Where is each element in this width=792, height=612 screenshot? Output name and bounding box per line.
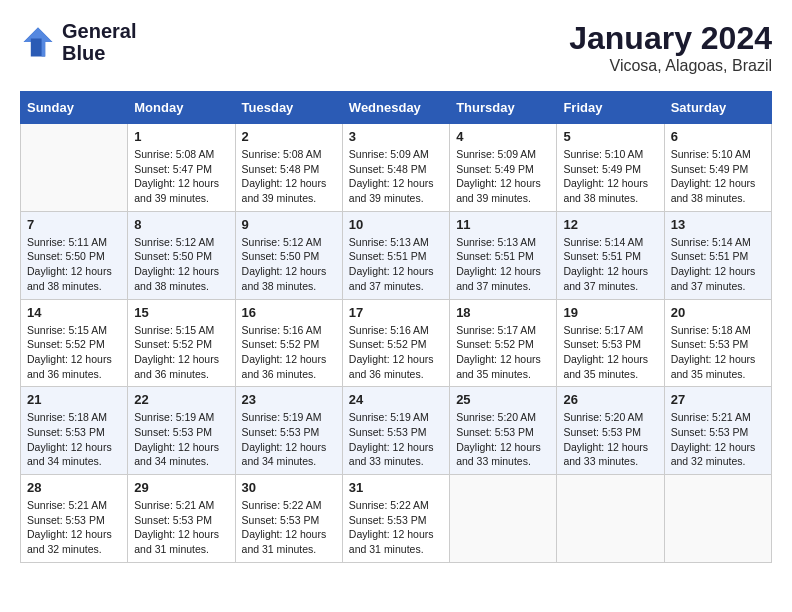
- calendar-cell: 21Sunrise: 5:18 AMSunset: 5:53 PMDayligh…: [21, 387, 128, 475]
- day-info: Sunrise: 5:16 AMSunset: 5:52 PMDaylight:…: [242, 323, 336, 382]
- calendar-cell: 22Sunrise: 5:19 AMSunset: 5:53 PMDayligh…: [128, 387, 235, 475]
- logo: General Blue: [20, 20, 136, 64]
- calendar-cell: 2Sunrise: 5:08 AMSunset: 5:48 PMDaylight…: [235, 124, 342, 212]
- day-header-sunday: Sunday: [21, 92, 128, 124]
- day-number: 2: [242, 129, 336, 144]
- calendar-cell: 24Sunrise: 5:19 AMSunset: 5:53 PMDayligh…: [342, 387, 449, 475]
- calendar-cell: 8Sunrise: 5:12 AMSunset: 5:50 PMDaylight…: [128, 211, 235, 299]
- day-info: Sunrise: 5:09 AMSunset: 5:48 PMDaylight:…: [349, 147, 443, 206]
- day-number: 31: [349, 480, 443, 495]
- day-number: 22: [134, 392, 228, 407]
- calendar-week-row: 14Sunrise: 5:15 AMSunset: 5:52 PMDayligh…: [21, 299, 772, 387]
- calendar-cell: 4Sunrise: 5:09 AMSunset: 5:49 PMDaylight…: [450, 124, 557, 212]
- calendar-cell: [664, 475, 771, 563]
- day-number: 9: [242, 217, 336, 232]
- day-info: Sunrise: 5:20 AMSunset: 5:53 PMDaylight:…: [563, 410, 657, 469]
- day-number: 10: [349, 217, 443, 232]
- calendar-cell: 10Sunrise: 5:13 AMSunset: 5:51 PMDayligh…: [342, 211, 449, 299]
- day-info: Sunrise: 5:22 AMSunset: 5:53 PMDaylight:…: [242, 498, 336, 557]
- day-number: 23: [242, 392, 336, 407]
- calendar-cell: 7Sunrise: 5:11 AMSunset: 5:50 PMDaylight…: [21, 211, 128, 299]
- calendar-cell: [21, 124, 128, 212]
- day-number: 3: [349, 129, 443, 144]
- calendar-cell: 18Sunrise: 5:17 AMSunset: 5:52 PMDayligh…: [450, 299, 557, 387]
- day-info: Sunrise: 5:21 AMSunset: 5:53 PMDaylight:…: [671, 410, 765, 469]
- calendar-cell: 19Sunrise: 5:17 AMSunset: 5:53 PMDayligh…: [557, 299, 664, 387]
- day-number: 14: [27, 305, 121, 320]
- title-section: January 2024 Vicosa, Alagoas, Brazil: [569, 20, 772, 75]
- calendar-cell: 25Sunrise: 5:20 AMSunset: 5:53 PMDayligh…: [450, 387, 557, 475]
- day-info: Sunrise: 5:10 AMSunset: 5:49 PMDaylight:…: [671, 147, 765, 206]
- day-number: 1: [134, 129, 228, 144]
- calendar-cell: 13Sunrise: 5:14 AMSunset: 5:51 PMDayligh…: [664, 211, 771, 299]
- calendar-cell: 3Sunrise: 5:09 AMSunset: 5:48 PMDaylight…: [342, 124, 449, 212]
- calendar-cell: 17Sunrise: 5:16 AMSunset: 5:52 PMDayligh…: [342, 299, 449, 387]
- day-number: 11: [456, 217, 550, 232]
- calendar-week-row: 28Sunrise: 5:21 AMSunset: 5:53 PMDayligh…: [21, 475, 772, 563]
- calendar-week-row: 21Sunrise: 5:18 AMSunset: 5:53 PMDayligh…: [21, 387, 772, 475]
- day-info: Sunrise: 5:20 AMSunset: 5:53 PMDaylight:…: [456, 410, 550, 469]
- day-info: Sunrise: 5:11 AMSunset: 5:50 PMDaylight:…: [27, 235, 121, 294]
- day-number: 12: [563, 217, 657, 232]
- day-info: Sunrise: 5:08 AMSunset: 5:47 PMDaylight:…: [134, 147, 228, 206]
- day-info: Sunrise: 5:14 AMSunset: 5:51 PMDaylight:…: [563, 235, 657, 294]
- day-info: Sunrise: 5:12 AMSunset: 5:50 PMDaylight:…: [242, 235, 336, 294]
- day-number: 30: [242, 480, 336, 495]
- day-number: 16: [242, 305, 336, 320]
- day-info: Sunrise: 5:10 AMSunset: 5:49 PMDaylight:…: [563, 147, 657, 206]
- calendar-cell: 11Sunrise: 5:13 AMSunset: 5:51 PMDayligh…: [450, 211, 557, 299]
- day-info: Sunrise: 5:16 AMSunset: 5:52 PMDaylight:…: [349, 323, 443, 382]
- day-number: 17: [349, 305, 443, 320]
- day-info: Sunrise: 5:17 AMSunset: 5:52 PMDaylight:…: [456, 323, 550, 382]
- calendar-cell: 28Sunrise: 5:21 AMSunset: 5:53 PMDayligh…: [21, 475, 128, 563]
- day-header-monday: Monday: [128, 92, 235, 124]
- day-number: 28: [27, 480, 121, 495]
- calendar-cell: 12Sunrise: 5:14 AMSunset: 5:51 PMDayligh…: [557, 211, 664, 299]
- day-info: Sunrise: 5:21 AMSunset: 5:53 PMDaylight:…: [27, 498, 121, 557]
- logo-icon: [20, 24, 56, 60]
- day-number: 18: [456, 305, 550, 320]
- day-number: 27: [671, 392, 765, 407]
- calendar-cell: 6Sunrise: 5:10 AMSunset: 5:49 PMDaylight…: [664, 124, 771, 212]
- day-number: 26: [563, 392, 657, 407]
- day-number: 15: [134, 305, 228, 320]
- calendar-cell: 27Sunrise: 5:21 AMSunset: 5:53 PMDayligh…: [664, 387, 771, 475]
- calendar-cell: 29Sunrise: 5:21 AMSunset: 5:53 PMDayligh…: [128, 475, 235, 563]
- calendar-cell: 26Sunrise: 5:20 AMSunset: 5:53 PMDayligh…: [557, 387, 664, 475]
- calendar-cell: 5Sunrise: 5:10 AMSunset: 5:49 PMDaylight…: [557, 124, 664, 212]
- day-header-friday: Friday: [557, 92, 664, 124]
- day-info: Sunrise: 5:14 AMSunset: 5:51 PMDaylight:…: [671, 235, 765, 294]
- day-header-saturday: Saturday: [664, 92, 771, 124]
- calendar-cell: 23Sunrise: 5:19 AMSunset: 5:53 PMDayligh…: [235, 387, 342, 475]
- day-number: 29: [134, 480, 228, 495]
- day-info: Sunrise: 5:18 AMSunset: 5:53 PMDaylight:…: [671, 323, 765, 382]
- logo-text: General Blue: [62, 20, 136, 64]
- day-info: Sunrise: 5:15 AMSunset: 5:52 PMDaylight:…: [27, 323, 121, 382]
- day-info: Sunrise: 5:17 AMSunset: 5:53 PMDaylight:…: [563, 323, 657, 382]
- calendar-cell: 30Sunrise: 5:22 AMSunset: 5:53 PMDayligh…: [235, 475, 342, 563]
- calendar-week-row: 7Sunrise: 5:11 AMSunset: 5:50 PMDaylight…: [21, 211, 772, 299]
- day-info: Sunrise: 5:18 AMSunset: 5:53 PMDaylight:…: [27, 410, 121, 469]
- day-info: Sunrise: 5:13 AMSunset: 5:51 PMDaylight:…: [456, 235, 550, 294]
- day-number: 21: [27, 392, 121, 407]
- day-info: Sunrise: 5:08 AMSunset: 5:48 PMDaylight:…: [242, 147, 336, 206]
- page-header: General Blue January 2024 Vicosa, Alagoa…: [20, 20, 772, 75]
- day-number: 6: [671, 129, 765, 144]
- location: Vicosa, Alagoas, Brazil: [569, 57, 772, 75]
- day-number: 24: [349, 392, 443, 407]
- calendar-cell: 1Sunrise: 5:08 AMSunset: 5:47 PMDaylight…: [128, 124, 235, 212]
- calendar-header-row: SundayMondayTuesdayWednesdayThursdayFrid…: [21, 92, 772, 124]
- day-number: 5: [563, 129, 657, 144]
- calendar-cell: 31Sunrise: 5:22 AMSunset: 5:53 PMDayligh…: [342, 475, 449, 563]
- day-number: 7: [27, 217, 121, 232]
- day-number: 25: [456, 392, 550, 407]
- day-number: 4: [456, 129, 550, 144]
- calendar-cell: [450, 475, 557, 563]
- day-header-thursday: Thursday: [450, 92, 557, 124]
- day-info: Sunrise: 5:19 AMSunset: 5:53 PMDaylight:…: [349, 410, 443, 469]
- day-info: Sunrise: 5:15 AMSunset: 5:52 PMDaylight:…: [134, 323, 228, 382]
- day-header-wednesday: Wednesday: [342, 92, 449, 124]
- calendar-cell: 15Sunrise: 5:15 AMSunset: 5:52 PMDayligh…: [128, 299, 235, 387]
- day-info: Sunrise: 5:12 AMSunset: 5:50 PMDaylight:…: [134, 235, 228, 294]
- calendar-cell: 14Sunrise: 5:15 AMSunset: 5:52 PMDayligh…: [21, 299, 128, 387]
